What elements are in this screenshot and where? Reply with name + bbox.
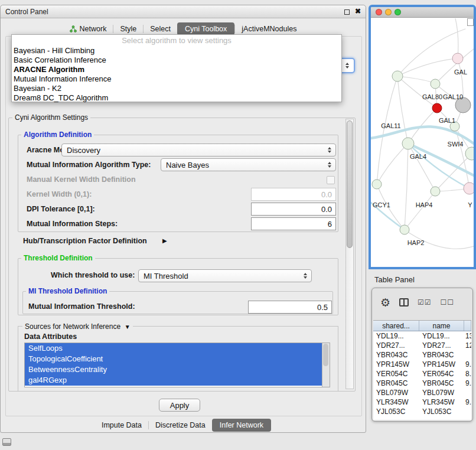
attribute-item[interactable]: gal4RGexp xyxy=(25,375,322,386)
table-row[interactable]: YBL079WYBL079W xyxy=(373,388,471,397)
tab-jactivemnodules[interactable]: jActiveMNodules xyxy=(235,22,303,35)
table-cell[interactable]: YDR27... xyxy=(373,341,419,350)
table-cell[interactable]: YJL053C xyxy=(373,407,419,416)
table-row[interactable]: YDL19...YDL19...13 xyxy=(373,331,471,341)
network-edge[interactable] xyxy=(405,191,435,230)
table-cell[interactable]: 9. xyxy=(464,379,471,387)
column-header[interactable] xyxy=(464,321,471,331)
sources-group-header[interactable]: Sources for Network Inference ▼ xyxy=(22,322,133,331)
select-all-icon[interactable]: ☑☑ xyxy=(418,299,432,306)
table-cell[interactable]: YBL079W xyxy=(419,389,464,397)
network-canvas-svg[interactable]: GAL80GAL10GAL11GAL1SWI4GAL4GCY1HAP4HAP2G… xyxy=(371,18,474,267)
table-cell[interactable]: 9. xyxy=(464,360,471,369)
algorithm-option[interactable]: ARACNE Algorithm xyxy=(12,65,341,74)
network-node[interactable] xyxy=(465,147,474,160)
table-cell[interactable]: YPR145W xyxy=(373,360,419,369)
table-row[interactable]: YJL053CYJL053C xyxy=(373,407,471,416)
network-edge[interactable] xyxy=(397,58,458,76)
network-node[interactable] xyxy=(431,187,440,196)
attribute-item[interactable]: SelfLoops xyxy=(25,343,322,354)
minimize-traffic-icon[interactable] xyxy=(385,9,392,15)
attribute-item[interactable]: TopologicalCoefficient xyxy=(25,354,322,364)
close-icon[interactable]: ✖ xyxy=(355,7,361,15)
network-node[interactable] xyxy=(464,182,474,194)
scrollbar-thumb[interactable] xyxy=(347,120,353,248)
network-edge[interactable] xyxy=(377,144,408,184)
dpi-tolerance-field[interactable]: 0.0 xyxy=(251,203,336,216)
gear-icon[interactable]: ⚙ xyxy=(380,297,390,308)
table-row[interactable]: YBR043CYBR043C xyxy=(373,350,471,360)
mi-type-combobox[interactable]: Naive Bayes xyxy=(161,158,336,171)
tab-discretize-data[interactable]: Discretize Data xyxy=(149,419,212,432)
zoom-traffic-icon[interactable] xyxy=(395,9,401,15)
network-edge[interactable] xyxy=(405,144,408,230)
network-node[interactable] xyxy=(392,71,403,81)
table-row[interactable]: YPR145WYPR145W9. xyxy=(373,360,471,369)
table-cell[interactable]: YLR345W xyxy=(373,398,419,406)
table-cell[interactable]: YBR045C xyxy=(419,379,464,387)
network-node[interactable] xyxy=(452,53,463,64)
tab-style[interactable]: Style xyxy=(113,22,143,35)
table-cell[interactable]: YER054C xyxy=(419,370,464,378)
network-node[interactable] xyxy=(431,79,440,89)
close-traffic-icon[interactable] xyxy=(376,9,382,15)
algorithm-option[interactable]: Bayesian - K2 xyxy=(12,84,341,93)
table-row[interactable]: YER054CYER054C8. xyxy=(373,369,471,379)
network-edge[interactable] xyxy=(397,76,435,84)
table-cell[interactable]: 13 xyxy=(464,332,471,340)
network-window-titlebar[interactable] xyxy=(371,7,474,18)
attributes-list-scrollbar[interactable] xyxy=(322,343,330,387)
algorithm-option[interactable]: Dream8 DC_TDC Algorithm xyxy=(12,93,341,103)
mi-steps-field[interactable]: 6 xyxy=(251,217,336,230)
mi-threshold-field[interactable]: 0.5 xyxy=(248,301,332,314)
tab-infer-network[interactable]: Infer Network xyxy=(212,419,271,432)
column-header[interactable]: shared... xyxy=(373,321,419,331)
network-node[interactable] xyxy=(400,225,409,234)
table-cell[interactable]: YBL079W xyxy=(373,389,419,397)
network-edge[interactable] xyxy=(455,18,458,58)
algorithm-option[interactable]: Mutual Information Inference xyxy=(12,74,341,84)
apply-button[interactable]: Apply xyxy=(159,399,200,412)
scrollbar-thumb[interactable] xyxy=(323,344,328,366)
algorithm-option[interactable]: Bayesian - Hill Climbing xyxy=(12,46,341,56)
tab-select[interactable]: Select xyxy=(144,22,177,35)
table-cell[interactable]: YBR043C xyxy=(419,351,464,359)
aracne-mode-combobox[interactable]: Discovery xyxy=(61,144,336,156)
data-attributes-list[interactable]: SelfLoopsTopologicalCoefficientBetweenne… xyxy=(24,343,330,387)
table-row[interactable]: YBR045CYBR045C9. xyxy=(373,379,471,388)
table-cell[interactable]: YER054C xyxy=(373,370,419,378)
network-node[interactable] xyxy=(432,103,442,113)
network-node[interactable] xyxy=(372,180,382,189)
settings-scrollbar[interactable] xyxy=(345,119,354,389)
collapse-down-icon[interactable]: ▼ xyxy=(125,324,131,330)
tab-impute-data[interactable]: Impute Data xyxy=(95,419,148,432)
table-cell[interactable]: YLR345W xyxy=(419,398,464,406)
table-cell[interactable]: YJL053C xyxy=(419,407,464,416)
table-cell[interactable]: YPR145W xyxy=(419,360,464,369)
table-cell[interactable]: YBR045C xyxy=(373,379,419,387)
tab-network[interactable]: Network xyxy=(63,22,113,35)
tab-cyni-toolbox[interactable]: Cyni Toolbox xyxy=(177,22,234,35)
table-cell[interactable]: 8. xyxy=(464,370,471,378)
show-panel-icon[interactable] xyxy=(2,438,11,446)
table-cell[interactable]: YDL19... xyxy=(419,332,464,340)
table-cell[interactable]: 9. xyxy=(464,398,471,406)
which-threshold-combobox[interactable]: MI Threshold xyxy=(138,269,312,282)
column-header[interactable]: name xyxy=(419,321,464,331)
table-cell[interactable]: YDR27... xyxy=(419,341,464,350)
network-edge[interactable] xyxy=(397,76,408,144)
table-row[interactable]: YLR345WYLR345W9. xyxy=(373,397,471,407)
columns-icon[interactable] xyxy=(399,298,409,306)
hub-section-header[interactable]: Hub/Transcription Factor Definition xyxy=(23,237,147,245)
float-panel-icon[interactable] xyxy=(344,9,350,15)
table-row[interactable]: YDR27...YDR27...12 xyxy=(373,341,471,350)
collapse-right-icon[interactable]: ▶ xyxy=(162,237,167,244)
table-cell[interactable]: YDL19... xyxy=(373,332,419,340)
network-edge[interactable] xyxy=(408,144,470,188)
attribute-item[interactable]: BetweennessCentrality xyxy=(25,364,322,375)
control-panel-titlebar[interactable]: Control Panel ✖ xyxy=(1,5,366,18)
algorithm-option[interactable]: Basic Correlation Inference xyxy=(12,56,341,65)
table-cell[interactable]: 12 xyxy=(464,341,471,350)
deselect-all-icon[interactable]: ☐☐ xyxy=(441,299,455,306)
network-node[interactable] xyxy=(402,138,414,149)
